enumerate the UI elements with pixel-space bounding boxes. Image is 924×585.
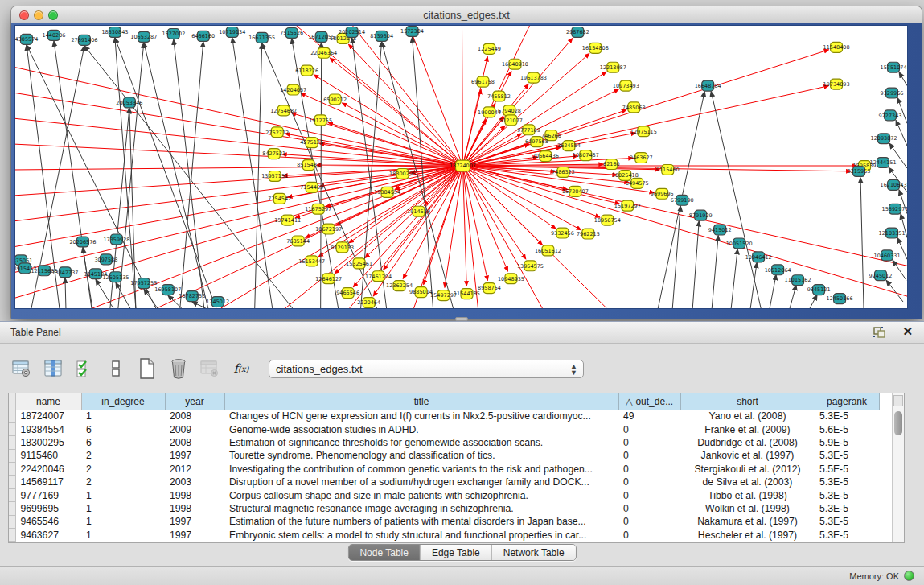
- graph-node[interactable]: 6590212: [323, 94, 347, 105]
- import-table-icon[interactable]: [199, 358, 220, 379]
- graph-node[interactable]: 9845121: [807, 285, 831, 295]
- graph-node[interactable]: 7635144: [286, 236, 310, 246]
- graph-node[interactable]: 12646127: [315, 274, 342, 284]
- graph-node[interactable]: 10512064: [765, 265, 791, 275]
- delete-table-icon[interactable]: [168, 358, 189, 379]
- table-source-select[interactable]: citations_edges.txt ▲▼: [269, 360, 584, 378]
- graph-node[interactable]: 9227343: [879, 110, 902, 121]
- graph-node[interactable]: 7515526: [280, 27, 303, 38]
- column-visibility-icon[interactable]: [43, 358, 64, 379]
- graph-node[interactable]: 11548408: [823, 42, 850, 52]
- graph-node[interactable]: 10946412: [745, 252, 772, 262]
- column-header-pagerank[interactable]: pagerank: [815, 393, 879, 410]
- graph-node[interactable]: 5121077: [499, 115, 523, 126]
- table-row[interactable]: 1456911722003Disruption of a novel membe…: [9, 476, 879, 488]
- graph-node[interactable]: 16640910: [502, 59, 528, 69]
- graph-node[interactable]: 9777169: [517, 125, 540, 135]
- graph-node[interactable]: 8791929: [689, 210, 713, 220]
- graph-node[interactable]: 6794028: [498, 105, 521, 116]
- graph-node[interactable]: 10719134: [219, 27, 245, 37]
- graph-node[interactable]: 18300295: [389, 168, 416, 179]
- graph-node[interactable]: 16958107: [154, 285, 181, 295]
- graph-node[interactable]: 4305574: [15, 34, 38, 44]
- row-height-icon[interactable]: [105, 358, 126, 379]
- table-row[interactable]: 1938455462009Genome-wide association stu…: [9, 422, 879, 435]
- column-header-year[interactable]: year: [165, 393, 224, 410]
- graph-node[interactable]: 7254542: [268, 193, 291, 204]
- citation-network-graph[interactable]: 1801214822046364611822614204057127546872…: [15, 26, 907, 308]
- graph-node[interactable]: 2987682: [566, 27, 589, 37]
- tab-edge-table[interactable]: Edge Table: [420, 545, 491, 560]
- graph-node[interactable]: 2752712: [265, 127, 289, 138]
- table-row[interactable]: 969969511998Structural magnetic resonanc…: [9, 502, 879, 515]
- graph-node[interactable]: 10051520: [726, 238, 753, 249]
- graph-node[interactable]: 12975115: [630, 126, 657, 137]
- table-row[interactable]: 2242004622012Investigating the contribut…: [9, 463, 879, 476]
- graph-node[interactable]: 12093872: [871, 134, 897, 144]
- close-panel-icon[interactable]: ✕: [902, 324, 913, 339]
- graph-node[interactable]: 1912755: [309, 115, 332, 126]
- graph-node[interactable]: 62160: [603, 159, 620, 170]
- graph-node[interactable]: 9115460: [656, 165, 680, 175]
- table-row[interactable]: 946554611997Estimation of the future num…: [9, 515, 879, 528]
- graph-node[interactable]: 16782753: [179, 291, 205, 302]
- table-settings-icon[interactable]: [11, 358, 32, 379]
- graph-node[interactable]: 15325461: [346, 258, 372, 269]
- graph-node[interactable]: 8139304: [370, 31, 393, 41]
- graph-node[interactable]: 8215955: [848, 167, 871, 177]
- float-panel-icon[interactable]: [873, 326, 887, 339]
- graph-node[interactable]: 12450166: [827, 294, 853, 304]
- graph-node[interactable]: 9415012: [708, 225, 732, 235]
- graph-node[interactable]: 12213987: [600, 62, 626, 72]
- graph-node[interactable]: 11544185: [454, 289, 480, 299]
- graph-node[interactable]: 27691406: [71, 35, 97, 45]
- column-header-in_degree[interactable]: in_degree: [81, 393, 165, 410]
- graph-node[interactable]: 17359928: [103, 234, 129, 245]
- graph-node[interactable]: 17461204: [365, 271, 392, 282]
- graph-node[interactable]: 9245012: [869, 270, 893, 281]
- table-scrollbar[interactable]: [892, 393, 904, 543]
- tab-node-table[interactable]: Node Table: [348, 545, 420, 560]
- graph-node[interactable]: 13957151: [261, 171, 288, 181]
- graph-node[interactable]: 12103351: [879, 228, 906, 238]
- graph-node[interactable]: 15741411: [274, 215, 301, 225]
- graph-node[interactable]: 1225449: [478, 43, 501, 54]
- graph-node[interactable]: 7485063: [622, 102, 646, 113]
- function-builder-icon[interactable]: f(x): [231, 358, 252, 379]
- table-row[interactable]: 1830029562008Estimation of significance …: [9, 436, 879, 449]
- graph-node[interactable]: 11015162: [785, 275, 811, 286]
- column-header-out_de[interactable]: △ out_de...: [618, 393, 680, 410]
- graph-node[interactable]: 20206576: [69, 237, 96, 247]
- graph-node[interactable]: 18956754: [594, 215, 621, 225]
- graph-node[interactable]: 12505135: [102, 272, 129, 282]
- column-header-title[interactable]: title: [224, 393, 618, 410]
- tab-network-table[interactable]: Network Table: [491, 545, 576, 560]
- graph-node[interactable]: 15692971: [882, 204, 907, 214]
- graph-node[interactable]: 10807487: [573, 150, 599, 161]
- graph-node[interactable]: 1990044: [478, 107, 501, 117]
- graph-node[interactable]: 16210643: [881, 179, 907, 190]
- graph-node[interactable]: 7455812: [487, 91, 511, 101]
- graph-node[interactable]: 9329966: [881, 88, 904, 98]
- table-row[interactable]: 977716911998Corpus callosum shape and si…: [9, 488, 879, 501]
- graph-node[interactable]: 9463627: [630, 153, 653, 163]
- graph-node[interactable]: 6961758: [471, 76, 495, 87]
- graph-node[interactable]: 7962215: [577, 229, 600, 239]
- network-window-titlebar[interactable]: citations_edges.txt: [11, 6, 922, 23]
- network-canvas[interactable]: 1801214822046364611822614204057127546872…: [14, 25, 908, 309]
- column-header-name[interactable]: name: [15, 393, 81, 410]
- graph-node[interactable]: 16648784: [695, 80, 721, 91]
- table-row[interactable]: 911546021997Tourette syndrome. Phenomeno…: [9, 449, 879, 462]
- graph-node[interactable]: 19734093: [823, 79, 850, 89]
- graph-node[interactable]: 11675297: [305, 204, 331, 214]
- graph-node[interactable]: 10948935: [498, 274, 524, 284]
- graph-node[interactable]: 6799190: [671, 195, 694, 205]
- graph-node[interactable]: 9332456: [551, 228, 574, 238]
- graph-node[interactable]: 8129133: [331, 242, 354, 253]
- graph-node[interactable]: 7486322: [552, 167, 575, 178]
- column-header-short[interactable]: short: [680, 393, 815, 410]
- graph-node[interactable]: 16051612: [535, 245, 561, 256]
- scrollbar-thumb[interactable]: [894, 411, 902, 435]
- graph-node[interactable]: 9465546: [336, 288, 359, 299]
- graph-node[interactable]: 10973493: [613, 80, 639, 91]
